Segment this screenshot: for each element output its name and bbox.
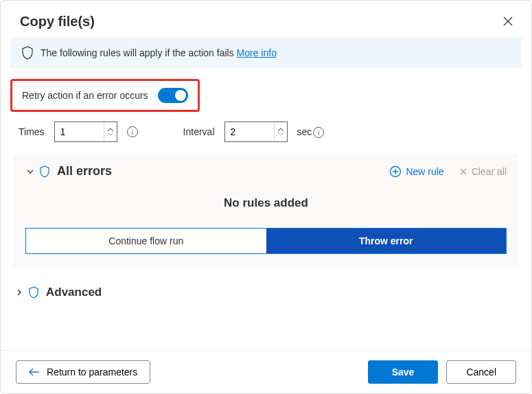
retry-highlight: Retry action if an error occurs (10, 79, 200, 112)
close-button[interactable] (500, 13, 516, 30)
shield-icon (39, 165, 50, 178)
dialog: Copy file(s) The following rules will ap… (0, 0, 532, 394)
interval-input[interactable] (225, 122, 274, 141)
banner-text: The following rules will apply if the ac… (41, 47, 277, 58)
retry-label: Retry action if an error occurs (22, 90, 148, 101)
arrow-left-icon (29, 367, 40, 377)
chevron-down-icon (107, 132, 114, 136)
continue-flow-button[interactable]: Continue flow run (26, 229, 266, 253)
shield-icon (21, 46, 34, 60)
advanced-section-toggle[interactable]: Advanced (14, 283, 518, 302)
dialog-body: Retry action if an error occurs Times i … (1, 68, 531, 350)
info-banner: The following rules will apply if the ac… (10, 38, 522, 68)
return-to-parameters-button[interactable]: Return to parameters (16, 360, 150, 384)
interval-unit: seci (297, 126, 325, 138)
rule-mode-toggle: Continue flow run Throw error (25, 228, 507, 254)
times-stepper[interactable] (54, 121, 117, 142)
throw-error-button[interactable]: Throw error (266, 229, 507, 253)
info-icon[interactable]: i (127, 126, 138, 137)
close-icon (502, 16, 513, 27)
no-rules-message: No rules added (25, 196, 507, 210)
toggle-knob (175, 90, 186, 101)
errors-panel: All errors New rule Clear all No rules a… (13, 154, 519, 268)
times-input[interactable] (55, 122, 104, 141)
clear-all-button: Clear all (459, 166, 507, 177)
plus-circle-icon (389, 165, 402, 178)
chevron-right-icon (14, 288, 24, 297)
info-icon[interactable]: i (313, 127, 324, 138)
dialog-footer: Return to parameters Save Cancel (1, 350, 531, 393)
dialog-title: Copy file(s) (20, 14, 95, 30)
chevron-down-icon (25, 167, 35, 176)
times-label: Times (19, 126, 45, 137)
errors-panel-header: All errors New rule Clear all (25, 164, 507, 178)
retry-params: Times i Interval seci (19, 121, 518, 142)
dialog-header: Copy file(s) (1, 1, 531, 38)
interval-label: Interval (183, 126, 215, 137)
clear-all-label: Clear all (472, 166, 507, 177)
errors-header-left[interactable]: All errors (25, 164, 112, 178)
chevron-down-icon (277, 132, 284, 136)
cancel-button[interactable]: Cancel (446, 360, 516, 384)
errors-header-right: New rule Clear all (389, 165, 507, 178)
new-rule-label: New rule (406, 166, 443, 177)
interval-arrows[interactable] (274, 122, 287, 141)
times-arrows[interactable] (104, 122, 117, 141)
return-label: Return to parameters (47, 367, 137, 378)
close-icon (459, 167, 467, 176)
interval-stepper[interactable] (224, 121, 288, 142)
shield-icon (28, 286, 39, 299)
advanced-title: Advanced (46, 286, 102, 299)
save-button[interactable]: Save (368, 360, 439, 384)
retry-toggle[interactable] (158, 88, 188, 103)
new-rule-button[interactable]: New rule (389, 165, 443, 178)
errors-title: All errors (57, 164, 112, 178)
more-info-link[interactable]: More info (237, 47, 277, 58)
